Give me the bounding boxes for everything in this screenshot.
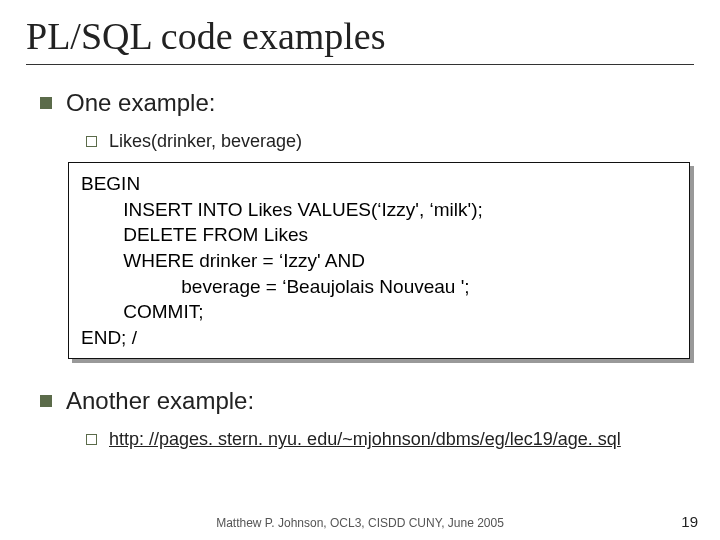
square-bullet-icon [40, 395, 52, 407]
footer-attribution: Matthew P. Johnson, OCL3, CISDD CUNY, Ju… [0, 516, 720, 530]
square-bullet-icon [40, 97, 52, 109]
bullet-one-example: One example: [40, 89, 694, 117]
code-line: END; / [81, 327, 137, 348]
code-box: BEGIN INSERT INTO Likes VALUES(‘Izzy', ‘… [68, 162, 690, 359]
sub-bullet-link: http: //pages. stern. nyu. edu/~mjohnson… [86, 429, 694, 450]
sub-bullet-likes: Likes(drinker, beverage) [86, 131, 694, 152]
bullet-text: One example: [66, 89, 215, 117]
bullet-another-example: Another example: [40, 387, 694, 415]
code-line: DELETE FROM Likes [81, 224, 308, 245]
hollow-square-icon [86, 136, 97, 147]
code-line: BEGIN [81, 173, 140, 194]
slide-title: PL/SQL code examples [26, 14, 694, 65]
code-line: WHERE drinker = ‘Izzy' AND [81, 250, 365, 271]
code-container: BEGIN INSERT INTO Likes VALUES(‘Izzy', ‘… [26, 166, 694, 363]
bullet-text: Another example: [66, 387, 254, 415]
slide: PL/SQL code examples One example: Likes(… [0, 0, 720, 540]
code-line: beverage = ‘Beaujolais Nouveau '; [81, 276, 470, 297]
code-line: COMMIT; [81, 301, 203, 322]
bullet-list: One example: Likes(drinker, beverage) BE… [26, 89, 694, 450]
code-line: INSERT INTO Likes VALUES(‘Izzy', ‘milk')… [81, 199, 483, 220]
page-number: 19 [681, 513, 698, 530]
hollow-square-icon [86, 434, 97, 445]
sub-bullet-text: Likes(drinker, beverage) [109, 131, 302, 152]
link-text[interactable]: http: //pages. stern. nyu. edu/~mjohnson… [109, 429, 621, 450]
